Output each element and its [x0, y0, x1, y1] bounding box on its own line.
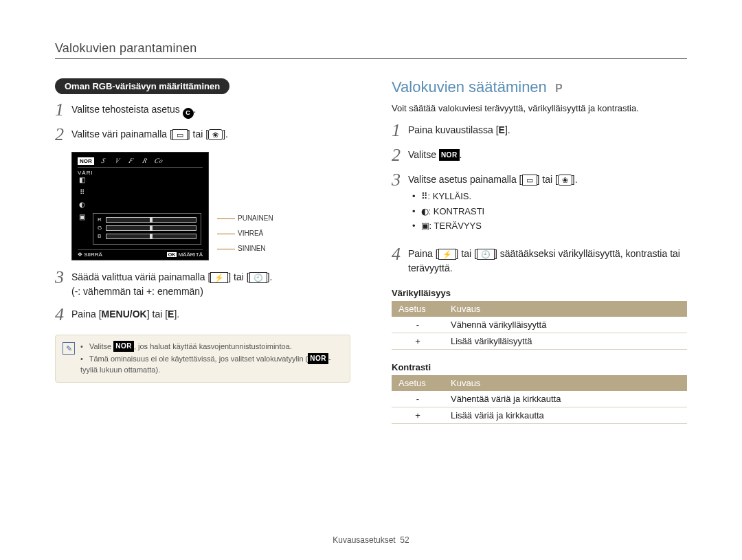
table-row: + Lisää värikylläisyyttä: [392, 333, 687, 349]
cell-desc: Lisää väriä ja kirkkautta: [444, 407, 687, 423]
step-text: Säädä valittua väriä painamalla [: [71, 271, 210, 282]
mode-icon: 𝐹: [126, 157, 135, 165]
section-intro: Voit säätää valokuviesi terävyyttä, väri…: [392, 103, 687, 113]
step-text: ].: [267, 271, 273, 282]
cell-desc: Vähennä värikylläisyyttä: [444, 317, 687, 333]
step-3: 3 Valitse asetus painamalla [▭] tai [❀].…: [392, 172, 687, 238]
heading-text: Valokuvien säätäminen: [392, 78, 547, 96]
callout-red: PUNAINEN: [217, 214, 273, 222]
bullet-sharpness: ▣: TERÄVYYS: [412, 219, 687, 233]
cell-setting: -: [392, 391, 444, 407]
mode-icon: 𝑅: [139, 157, 149, 165]
step-number: 4: [55, 306, 71, 324]
footer-page-number: 52: [400, 535, 409, 545]
lcd-bottom-bar: ✥ SIIRRÄ OK MÄÄRITÄ: [78, 249, 203, 258]
lcd-preview-wrap: NOR 𝑆 𝑉 𝐹 𝑅 𝐶𝑜 VÄRI ◧ ⠿ ◐ ▣: [71, 152, 350, 260]
setting-bullets: ⠿: KYLLÄIS. ◐: KONTRASTI ▣: TERÄVYYS: [412, 190, 687, 233]
display-icon: ▭: [172, 129, 188, 140]
step-number: 2: [55, 126, 71, 144]
table-row: - Vähennä värikylläisyyttä: [392, 317, 687, 333]
lcd-left-icons: ◧ ⠿ ◐ ▣: [78, 176, 86, 221]
step-text: .: [460, 149, 462, 160]
step-text: ].: [174, 309, 179, 320]
footer-section: Kuvausasetukset: [333, 535, 395, 545]
flash-icon: ⚡: [438, 249, 456, 260]
note-box: ✎ Valitse NOR, jos haluat käyttää kasvoj…: [55, 335, 350, 383]
step-subtext: (-: vähemmän tai +: enemmän): [71, 286, 203, 297]
slider-row-g: G: [98, 225, 196, 231]
th-kuvaus: Kuvaus: [444, 375, 687, 391]
section-header-pill: Oman RGB-värisävyn määrittäminen: [55, 78, 229, 94]
nor-inline: NOR: [113, 341, 134, 352]
left-column: Oman RGB-värisävyn määrittäminen 1 Valit…: [55, 78, 350, 424]
step-number: 1: [392, 122, 408, 139]
cell-desc: Lisää värikylläisyyttä: [444, 333, 687, 349]
callout-green: VIHREÄ: [217, 229, 273, 237]
rgb-sliders: R G B: [93, 213, 201, 245]
lcd-vari-label: VÄRI: [78, 170, 203, 176]
note-item: Valitse NOR, jos haluat käyttää kasvojen…: [80, 341, 343, 352]
note-item: Tämä ominaisuus ei ole käytettävissä, jo…: [80, 353, 343, 375]
slider-g: [106, 225, 196, 231]
step-number: 3: [55, 269, 71, 287]
lcd-maarita-label: MÄÄRITÄ: [178, 251, 203, 258]
steps-list-left-cont: 3 Säädä valittua väriä painamalla [⚡] ta…: [55, 270, 350, 324]
slider-r: [106, 217, 196, 223]
step-1: 1 Paina kuvaustilassa [E].: [392, 123, 687, 139]
saturation-icon: ⠿: [78, 188, 86, 196]
step-number: 1: [55, 101, 71, 119]
step-number: 2: [392, 146, 408, 164]
custom-color-icon: C: [183, 108, 194, 119]
move-icon: ✥: [78, 251, 82, 258]
step-number: 4: [392, 245, 408, 263]
flash-icon: ⚡: [210, 272, 228, 283]
color-callouts: PUNAINEN VIHREÄ SININEN: [217, 214, 273, 252]
bullet-contrast: ◐: KONTRASTI: [412, 205, 687, 219]
cell-setting: +: [392, 407, 444, 423]
steps-list-left: 1 Valitse tehosteista asetus C. 2 Valits…: [55, 102, 350, 144]
nor-inline: NOR: [439, 149, 460, 161]
ok-badge: OK: [167, 252, 177, 257]
cell-setting: -: [392, 317, 444, 333]
sharpness-icon: ▣: [421, 221, 429, 231]
step-text: ].: [223, 128, 228, 139]
step-text: Valitse: [408, 149, 439, 160]
table-label-contrast: Kontrasti: [392, 362, 687, 372]
rgb-slot-icon: ◧: [78, 176, 86, 183]
table-header-row: Asetus Kuvaus: [392, 375, 687, 391]
step-text: ].: [572, 174, 578, 185]
page-title: Valokuvien parantaminen: [55, 41, 687, 59]
th-kuvaus: Kuvaus: [444, 301, 687, 317]
step-text: ] tai [: [188, 128, 208, 139]
step-text: Paina [: [408, 248, 438, 259]
contrast-icon: ◐: [78, 201, 86, 208]
e-key: E: [499, 124, 505, 135]
cell-setting: +: [392, 333, 444, 349]
steps-list-right: 1 Paina kuvaustilassa [E]. 2 Valitse NOR…: [392, 123, 687, 276]
saturation-icon: ⠿: [421, 191, 428, 201]
step-4: 4 Paina [MENU/OK] tai [E].: [55, 307, 350, 324]
section-heading: Valokuvien säätäminen P: [392, 78, 687, 96]
slider-row-r: R: [98, 216, 196, 223]
mode-icon: 𝑆: [98, 157, 108, 165]
timer-icon: 🕘: [477, 249, 495, 260]
step-text: Valitse tehosteista asetus: [71, 104, 183, 115]
step-text: Valitse väri painamalla [: [71, 128, 172, 139]
lcd-siirra-label: SIIRRÄ: [84, 251, 102, 258]
step-text: ] tai [: [537, 174, 558, 185]
bullet-saturation: ⠿: KYLLÄIS.: [412, 190, 687, 203]
th-asetus: Asetus: [392, 301, 444, 317]
step-text: Paina [: [71, 309, 102, 320]
step-1: 1 Valitse tehosteista asetus C.: [55, 102, 350, 119]
step-text: ] tai [: [456, 248, 477, 259]
sharpness-icon: ▣: [78, 213, 86, 221]
macro-icon: ❀: [208, 129, 223, 140]
slider-row-b: B: [98, 233, 196, 239]
mode-icon: 𝐶𝑜: [153, 157, 163, 165]
step-text: ] tai [: [228, 271, 249, 282]
table-row: + Lisää väriä ja kirkkautta: [392, 407, 687, 423]
step-2: 2 Valitse väri painamalla [▭] tai [❀].: [55, 127, 350, 144]
nor-inline: NOR: [308, 353, 328, 364]
step-3: 3 Säädä valittua väriä painamalla [⚡] ta…: [55, 270, 350, 299]
note-list: Valitse NOR, jos haluat käyttää kasvojen…: [80, 341, 343, 377]
